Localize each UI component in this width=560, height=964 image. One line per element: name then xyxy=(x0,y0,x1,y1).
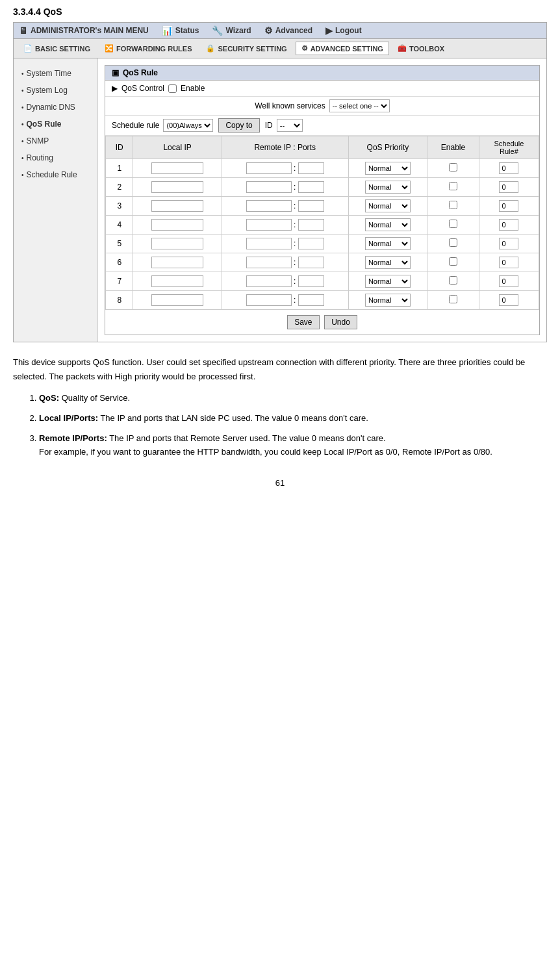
remote-ip-input-7[interactable] xyxy=(246,275,292,287)
colon-separator: : xyxy=(292,220,298,229)
table-row: 8 : HighNormalLow xyxy=(106,291,539,310)
remote-port-input-5[interactable] xyxy=(298,238,324,249)
cell-local-ip xyxy=(133,159,222,178)
numbered-list: QoS: Quality of Service. Local IP/Ports:… xyxy=(39,392,547,459)
nav-status[interactable]: 📊 Status xyxy=(162,25,199,36)
local-ip-input-5[interactable] xyxy=(151,238,203,249)
well-known-select[interactable]: -- select one -- xyxy=(329,99,390,112)
cell-remote-ip: : xyxy=(222,253,348,272)
schedule-input-7[interactable] xyxy=(499,275,518,287)
schedule-input-8[interactable] xyxy=(499,294,518,306)
table-row: 3 : HighNormalLow xyxy=(106,197,539,216)
sidebar-item-routing[interactable]: Routing xyxy=(14,149,97,166)
local-ip-input-7[interactable] xyxy=(151,275,203,287)
nav-advanced[interactable]: ⚙ Advanced xyxy=(264,25,312,36)
qos-table: ID Local IP Remote IP : Ports QoS Priori… xyxy=(105,136,539,310)
local-ip-input-4[interactable] xyxy=(151,219,203,231)
remote-port-input-6[interactable] xyxy=(298,257,324,268)
priority-select-5[interactable]: HighNormalLow xyxy=(365,237,411,250)
priority-select-1[interactable]: HighNormalLow xyxy=(365,162,411,175)
tab-security-setting[interactable]: 🔒 SECURITY SETTING xyxy=(200,42,292,55)
local-ip-input-8[interactable] xyxy=(151,294,203,306)
local-ip-text: The IP and ports that LAN side PC used. … xyxy=(98,413,368,423)
local-ip-input-3[interactable] xyxy=(151,200,203,212)
schedule-input-6[interactable] xyxy=(499,257,518,268)
enable-checkbox-4[interactable] xyxy=(449,220,457,228)
remote-ip-input-6[interactable] xyxy=(246,257,292,268)
schedule-input-2[interactable] xyxy=(499,181,518,193)
sidebar-item-system-log[interactable]: System Log xyxy=(14,82,97,99)
qos-panel-header: ▣ QoS Rule xyxy=(105,66,539,81)
local-ip-input-1[interactable] xyxy=(151,162,203,174)
nav-logout[interactable]: ▶ Logout xyxy=(325,25,362,36)
schedule-input-5[interactable] xyxy=(499,238,518,249)
admin-icon: 🖥 xyxy=(19,25,28,36)
schedule-input-3[interactable] xyxy=(499,200,518,212)
sidebar-item-dynamic-dns[interactable]: Dynamic DNS xyxy=(14,99,97,116)
local-ip-label: Local IP/Ports: xyxy=(39,413,98,423)
schedule-rule-select[interactable]: (00)Always xyxy=(163,119,213,132)
remote-ip-input-1[interactable] xyxy=(246,162,292,174)
tab-basic-setting[interactable]: 📄 BASIC SETTING xyxy=(18,42,96,55)
enable-checkbox-1[interactable] xyxy=(449,163,457,171)
remote-ip-input-3[interactable] xyxy=(246,200,292,212)
remote-port-input-3[interactable] xyxy=(298,200,324,212)
tab-toolbox[interactable]: 🧰 TOOLBOX xyxy=(392,42,450,55)
enable-checkbox-6[interactable] xyxy=(449,257,457,266)
local-ip-input-6[interactable] xyxy=(151,257,203,268)
colon-separator: : xyxy=(292,296,298,305)
enable-checkbox-5[interactable] xyxy=(449,238,457,247)
id-select[interactable]: -- xyxy=(277,119,303,132)
description: This device supports QoS function. User … xyxy=(13,355,547,459)
remote-ip-input-4[interactable] xyxy=(246,219,292,231)
local-ip-input-2[interactable] xyxy=(151,181,203,193)
priority-select-2[interactable]: HighNormalLow xyxy=(365,181,411,194)
save-button[interactable]: Save xyxy=(287,315,319,329)
copy-to-button[interactable]: Copy to xyxy=(218,118,259,133)
col-remote-ip: Remote IP : Ports xyxy=(222,136,348,159)
schedule-rule-row: Schedule rule (00)Always Copy to ID -- xyxy=(105,116,539,136)
cell-id: 3 xyxy=(106,197,133,216)
qos-header-icon: ▣ xyxy=(112,68,119,77)
second-nav: 📄 BASIC SETTING 🔀 FORWARDING RULES 🔒 SEC… xyxy=(14,39,546,58)
remote-ip-input-8[interactable] xyxy=(246,294,292,306)
priority-select-4[interactable]: HighNormalLow xyxy=(365,218,411,231)
remote-port-input-4[interactable] xyxy=(298,219,324,231)
sidebar-item-schedule-rule[interactable]: Schedule Rule xyxy=(14,166,97,183)
nav-admin-menu[interactable]: 🖥 ADMINISTRATOR's MAIN MENU xyxy=(19,25,149,36)
priority-select-3[interactable]: HighNormalLow xyxy=(365,199,411,212)
cell-id: 8 xyxy=(106,291,133,310)
qos-control-checkbox[interactable] xyxy=(168,84,177,93)
remote-ip-input-2[interactable] xyxy=(246,181,292,193)
tab-advanced-setting[interactable]: ⚙ ADVANCED SETTING xyxy=(296,42,389,55)
enable-checkbox-7[interactable] xyxy=(449,276,457,285)
enable-checkbox-3[interactable] xyxy=(449,201,457,209)
sidebar-item-system-time[interactable]: System Time xyxy=(14,65,97,82)
logout-icon: ▶ xyxy=(325,25,333,36)
list-item-qos: QoS: Quality of Service. xyxy=(39,392,547,405)
nav-wizard[interactable]: 🔧 Wizard xyxy=(212,25,251,36)
priority-select-8[interactable]: HighNormalLow xyxy=(365,294,411,307)
schedule-input-1[interactable] xyxy=(499,162,518,174)
priority-select-6[interactable]: HighNormalLow xyxy=(365,256,411,269)
remote-port-input-7[interactable] xyxy=(298,275,324,287)
undo-button[interactable]: Undo xyxy=(324,315,357,329)
schedule-input-4[interactable] xyxy=(499,219,518,231)
wizard-icon: 🔧 xyxy=(212,25,223,36)
cell-enable xyxy=(427,235,479,253)
remote-ip-input-5[interactable] xyxy=(246,238,292,249)
remote-port-input-1[interactable] xyxy=(298,162,324,174)
cell-id: 2 xyxy=(106,178,133,197)
top-nav: 🖥 ADMINISTRATOR's MAIN MENU 📊 Status 🔧 W… xyxy=(14,23,546,39)
remote-port-input-2[interactable] xyxy=(298,181,324,193)
tab-forwarding-rules[interactable]: 🔀 FORWARDING RULES xyxy=(99,42,198,55)
sidebar-item-qos-rule[interactable]: QoS Rule xyxy=(14,116,97,133)
sidebar-item-snmp[interactable]: SNMP xyxy=(14,133,97,149)
enable-checkbox-2[interactable] xyxy=(449,182,457,190)
priority-select-7[interactable]: HighNormalLow xyxy=(365,275,411,288)
cell-priority: HighNormalLow xyxy=(348,159,427,178)
remote-port-input-8[interactable] xyxy=(298,294,324,306)
toolbox-icon: 🧰 xyxy=(398,44,407,53)
cell-schedule xyxy=(479,178,539,197)
enable-checkbox-8[interactable] xyxy=(449,295,457,303)
